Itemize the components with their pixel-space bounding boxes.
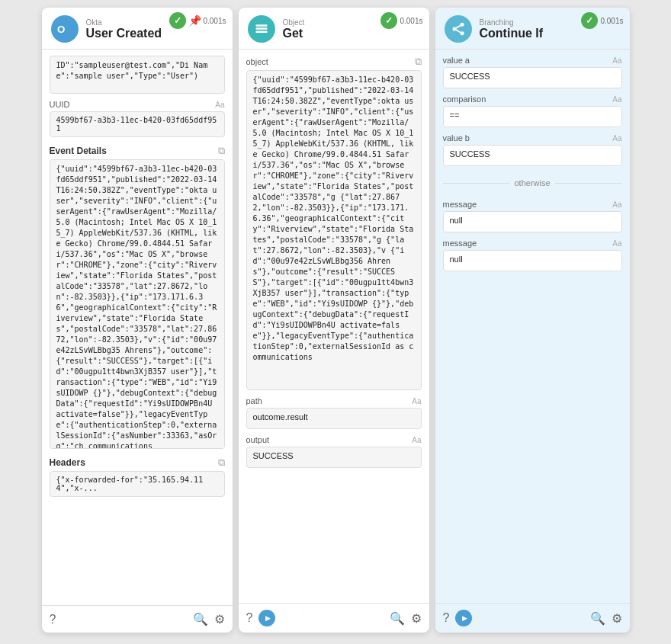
event-details-label: Event Details	[50, 146, 107, 156]
card3-question-icon[interactable]: ?	[443, 611, 450, 625]
svg-rect-3	[255, 31, 267, 34]
card3-header: Branching Continue If 0.001s	[435, 8, 630, 50]
divider-line-left	[443, 183, 510, 184]
object-value: {"uuid":"4599bf67-a3b3-11ec-b420-03fd65d…	[246, 70, 422, 390]
card1-footer-left: ?	[50, 613, 56, 626]
card2-time: 0.001s	[400, 17, 422, 25]
card2-header: Object Get 0.001s	[239, 8, 429, 50]
otherwise-divider: otherwise	[443, 177, 622, 189]
path-value: outcome.result	[246, 408, 422, 429]
output-label: output	[246, 435, 270, 444]
card2-play-button[interactable]	[258, 610, 275, 626]
headers-label: Headers	[50, 457, 85, 468]
card3-badge: 0.001s	[581, 12, 623, 29]
message1-value: null	[443, 211, 622, 232]
uuid-value: 4599bf67-a3b3-11ec-b420-03fd65ddf951	[50, 111, 225, 137]
message1-type: Aa	[612, 200, 621, 209]
value-a-value: SUCCESS	[443, 67, 622, 88]
path-type: Aa	[412, 397, 421, 405]
svg-rect-1	[255, 24, 267, 27]
object-copy-icon[interactable]: ⧉	[415, 56, 422, 68]
comparison-value: ==	[443, 106, 622, 127]
svg-line-7	[454, 24, 462, 29]
message2-group: message Aa null	[443, 239, 622, 271]
card3-footer: ? 🔍 ⚙	[435, 603, 630, 633]
card1-gear-icon[interactable]: ⚙	[214, 612, 225, 626]
comparison-label: comparison	[443, 95, 486, 104]
card3-gear-icon[interactable]: ⚙	[612, 611, 622, 626]
branching-continue-if-card: Branching Continue If 0.001s value a Aa …	[435, 8, 630, 633]
value-b-label: value b	[443, 133, 470, 143]
message1-label-row: message Aa	[443, 200, 622, 209]
card2-gear-icon[interactable]: ⚙	[411, 611, 422, 626]
comparison-type: Aa	[612, 95, 621, 104]
svg-text:O: O	[57, 24, 65, 35]
message2-value: null	[443, 250, 622, 271]
object-get-card: Object Get 0.001s object ⧉ {"uuid":"4599…	[239, 8, 429, 633]
svg-rect-2	[255, 27, 267, 30]
value-a-group: value a Aa SUCCESS	[443, 56, 622, 88]
card1-header: O Okta User Created 📌 0.001s	[42, 8, 233, 50]
card3-footer-left: ?	[443, 610, 473, 626]
card1-badge: 📌 0.001s	[169, 12, 226, 29]
value-b-label-row: value b Aa	[443, 133, 622, 143]
comparison-group: comparison Aa ==	[443, 95, 622, 127]
uuid-group: UUID Aa 4599bf67-a3b3-11ec-b420-03fd65dd…	[50, 100, 225, 137]
okta-user-created-card: O Okta User Created 📌 0.001s ID":"sample…	[42, 8, 233, 633]
path-label: path	[246, 396, 262, 405]
card1-preview: ID":"sampleuser@test.com","Di Name":"sam…	[50, 56, 225, 94]
message2-type: Aa	[612, 239, 621, 248]
card3-body: value a Aa SUCCESS comparison Aa == valu…	[435, 50, 630, 603]
output-group: output Aa SUCCESS	[246, 435, 422, 468]
message1-label: message	[443, 200, 477, 209]
okta-icon: O	[51, 15, 79, 43]
card2-body: object ⧉ {"uuid":"4599bf67-a3b3-11ec-b42…	[239, 50, 429, 603]
value-a-label-row: value a Aa	[443, 56, 622, 65]
value-b-type: Aa	[612, 134, 621, 143]
divider-line-right	[555, 183, 622, 184]
headers-copy-icon[interactable]: ⧉	[218, 457, 225, 469]
output-value: SUCCESS	[246, 447, 422, 468]
value-b-value: SUCCESS	[443, 145, 622, 166]
object-label: object	[246, 57, 268, 66]
event-details-group: Event Details ⧉ {"uuid":"4599bf67-a3b3-1…	[50, 143, 225, 449]
card2-badge: 0.001s	[380, 12, 422, 29]
card2-footer: ? 🔍 ⚙	[239, 603, 429, 633]
card3-time: 0.001s	[600, 17, 623, 25]
uuid-type: Aa	[215, 101, 224, 109]
event-details-header-row: Event Details ⧉	[50, 143, 225, 157]
card1-search-icon[interactable]: 🔍	[193, 612, 208, 626]
card3-play-button[interactable]	[455, 610, 472, 626]
object-label-row: object ⧉	[246, 56, 422, 68]
comparison-label-row: comparison Aa	[443, 95, 622, 104]
card2-search-icon[interactable]: 🔍	[390, 611, 405, 626]
uuid-label: UUID	[50, 100, 70, 109]
path-label-row: path Aa	[246, 396, 422, 405]
card1-footer: ? 🔍 ⚙	[42, 605, 233, 633]
headers-header-row: Headers ⧉	[50, 455, 225, 469]
value-a-label: value a	[443, 56, 470, 65]
output-label-row: output Aa	[246, 435, 422, 444]
card1-time: 0.001s	[203, 17, 226, 25]
message2-label: message	[443, 239, 477, 248]
headers-value: {"x-forwarded-for":"35.165.94.114","x-..…	[50, 471, 225, 497]
card3-footer-right: 🔍 ⚙	[590, 611, 622, 626]
pin-icon: 📌	[188, 14, 201, 27]
object-group: object ⧉ {"uuid":"4599bf67-a3b3-11ec-b42…	[246, 56, 422, 390]
card1-body: ID":"sampleuser@test.com","Di Name":"sam…	[42, 50, 233, 605]
card3-search-icon[interactable]: 🔍	[590, 611, 605, 626]
message2-label-row: message Aa	[443, 239, 622, 248]
card1-check	[169, 12, 186, 29]
card2-question-icon[interactable]: ?	[246, 611, 253, 625]
card3-check	[581, 12, 598, 29]
headers-group: Headers ⧉ {"x-forwarded-for":"35.165.94.…	[50, 455, 225, 497]
card1-footer-right: 🔍 ⚙	[193, 612, 225, 626]
uuid-label-row: UUID Aa	[50, 100, 225, 109]
card1-question-icon[interactable]: ?	[50, 613, 56, 626]
card2-check	[380, 12, 397, 29]
object-icon	[248, 15, 275, 43]
path-group: path Aa outcome.result	[246, 396, 422, 429]
value-b-group: value b Aa SUCCESS	[443, 133, 622, 166]
event-details-copy-icon[interactable]: ⧉	[218, 145, 225, 157]
event-details-value: {"uuid":"4599bf67-a3b3-11ec-b420-03fd65d…	[50, 159, 225, 449]
